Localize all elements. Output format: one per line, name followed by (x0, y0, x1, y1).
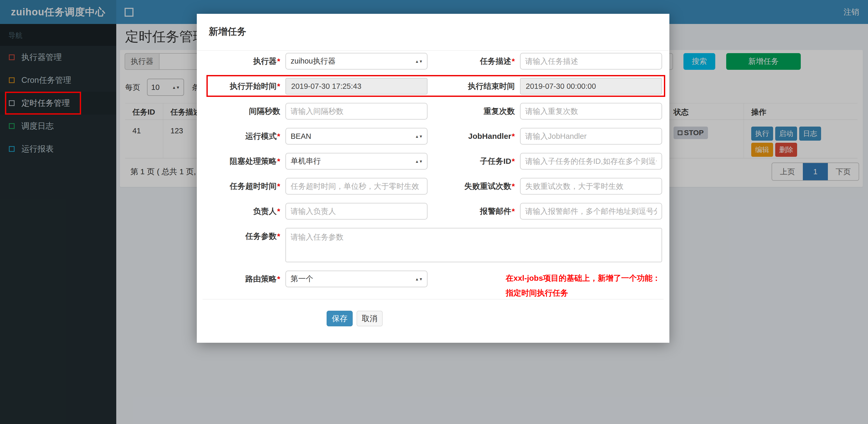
required-asterisk: * (277, 232, 280, 240)
owner-label: 负责人* (202, 203, 280, 220)
owner-input[interactable] (285, 203, 428, 220)
job-desc-input[interactable] (520, 53, 662, 69)
required-asterisk: * (512, 207, 515, 216)
job-param-textarea[interactable] (285, 228, 662, 262)
job-desc-label: 任务描述* (442, 53, 515, 69)
route-strategy-label: 路由策略* (202, 271, 280, 287)
route-strategy-select-value: 第一个 (291, 274, 313, 284)
run-mode-select[interactable]: BEAN ▲▼ (285, 128, 428, 144)
executor-select-value: zuihou执行器 (291, 56, 336, 66)
start-time-label: 执行开始时间* (202, 78, 280, 95)
timeout-label: 任务超时时间* (202, 178, 280, 195)
modal-title: 新增任务 (209, 25, 246, 38)
executor-select[interactable]: zuihou执行器 ▲▼ (285, 53, 428, 69)
repeat-input[interactable] (520, 103, 662, 120)
select-arrows-icon: ▲▼ (415, 160, 423, 163)
route-strategy-select[interactable]: 第一个 ▲▼ (285, 271, 428, 287)
required-asterisk: * (512, 132, 515, 140)
required-asterisk: * (512, 182, 515, 190)
block-strategy-label: 阻塞处理策略* (202, 153, 280, 169)
required-asterisk: * (277, 57, 280, 65)
required-asterisk: * (277, 82, 280, 90)
required-asterisk: * (277, 207, 280, 216)
repeat-label: 重复次数 (442, 103, 515, 120)
divider (197, 50, 670, 51)
interval-input[interactable] (285, 103, 428, 120)
required-asterisk: * (277, 182, 280, 190)
save-button[interactable]: 保存 (327, 311, 353, 326)
interval-label: 间隔秒数 (202, 103, 280, 120)
end-time-label: 执行结束时间 (442, 78, 515, 95)
required-asterisk: * (277, 132, 280, 140)
run-mode-select-value: BEAN (291, 132, 311, 141)
required-asterisk: * (512, 157, 515, 165)
start-time-input[interactable] (285, 78, 428, 95)
divider (203, 299, 664, 299)
required-asterisk: * (277, 157, 280, 165)
block-strategy-select[interactable]: 单机串行 ▲▼ (285, 153, 428, 169)
job-handler-input[interactable] (520, 128, 662, 144)
run-mode-label: 运行模式* (202, 128, 280, 144)
timeout-input[interactable] (285, 178, 428, 195)
child-job-input[interactable] (520, 153, 662, 169)
end-time-input[interactable] (520, 78, 662, 95)
add-task-modal: 新增任务 执行器* zuihou执行器 ▲▼ 任务描述* 执行开始时间* 执行结… (197, 14, 670, 343)
child-job-label: 子任务ID* (442, 153, 515, 169)
cancel-button[interactable]: 取消 (356, 311, 383, 326)
block-strategy-select-value: 单机串行 (291, 156, 321, 166)
alarm-email-label: 报警邮件* (442, 203, 515, 220)
select-arrows-icon: ▲▼ (415, 60, 423, 63)
feature-note-line1: 在xxl-jobs项目的基础上，新增了一个功能： (506, 271, 660, 286)
job-handler-label: JobHandler* (442, 128, 515, 144)
retry-input[interactable] (520, 178, 662, 195)
select-arrows-icon: ▲▼ (415, 278, 423, 281)
job-param-label: 任务参数* (202, 228, 280, 244)
executor-label: 执行器* (202, 53, 280, 69)
retry-label: 失败重试次数* (442, 178, 515, 195)
feature-note-line2: 指定时间执行任务 (506, 286, 660, 300)
required-asterisk: * (277, 274, 280, 283)
alarm-email-input[interactable] (520, 203, 662, 220)
feature-note: 在xxl-jobs项目的基础上，新增了一个功能： 指定时间执行任务 (506, 271, 660, 300)
select-arrows-icon: ▲▼ (415, 135, 423, 138)
required-asterisk: * (512, 57, 515, 65)
